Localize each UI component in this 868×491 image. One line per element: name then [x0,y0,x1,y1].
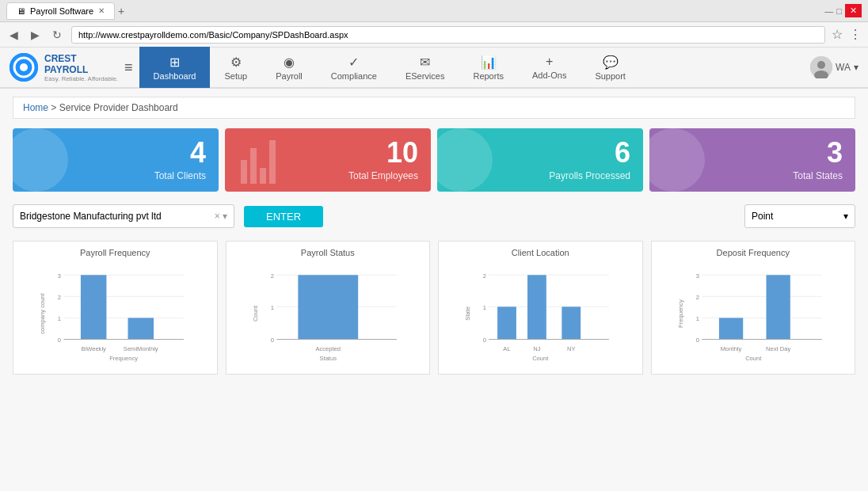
bar-al [497,306,516,339]
browser-more-button[interactable]: ⋮ [849,27,862,42]
nav-item-reports[interactable]: 📊 Reports [459,47,518,88]
bar2 [250,148,257,184]
svg-text:Frequency: Frequency [677,299,684,328]
charts-row: Payroll Frequency company count 0 1 2 3 [13,241,855,375]
user-button[interactable]: WA ▾ [810,56,858,78]
nav-item-support[interactable]: 💬 Support [581,47,640,88]
svg-text:BiWeekly: BiWeekly [81,345,106,352]
stat-card-clients: 4 Total Clients [13,128,219,192]
content-area: Home > Service Provider Dashboard 4 Tota… [0,89,868,491]
svg-text:Accepted: Accepted [315,345,341,352]
nav-label-compliance: Compliance [331,71,377,81]
company-select[interactable]: Bridgestone Manufacturing pvt ltd × ▾ [13,204,234,228]
logo-line2: PAYROLL [44,64,118,75]
forward-button[interactable]: ▶ [28,27,43,43]
stat-number-employees: 10 [348,139,418,167]
nav-item-setup[interactable]: ⚙ Setup [210,47,261,88]
addons-icon: + [546,55,553,69]
chart-deposit-frequency: Deposit Frequency Frequency 0 1 2 3 [651,241,856,375]
bar1 [241,160,247,184]
browser-menu-button[interactable]: ☆ [832,27,843,42]
stat-text-clients: 4 Total Clients [154,139,206,181]
nav-item-addons[interactable]: + Add-Ons [518,47,581,88]
svg-text:Frequency: Frequency [109,355,138,362]
filter-row: Bridgestone Manufacturing pvt ltd × ▾ EN… [13,204,855,228]
company-clear-btn[interactable]: × ▾ [215,211,227,222]
stat-bg-circle [13,128,68,192]
tab-close-btn[interactable]: ✕ [98,6,105,15]
setup-icon: ⚙ [230,55,242,70]
support-icon: 💬 [603,55,619,70]
browser-toolbar: ◀ ▶ ↻ ☆ ⋮ [0,22,868,48]
point-select[interactable]: Point ▾ [744,204,855,228]
nav-label-setup: Setup [224,71,247,81]
chart-payroll-status: Payroll Status Count 0 1 2 Accepted Stat… [226,241,431,375]
tab-favicon: 🖥 [17,6,25,16]
chart-payroll-frequency: Payroll Frequency company count 0 1 2 3 [13,241,218,375]
back-button[interactable]: ◀ [6,27,21,43]
bar-nj [527,275,546,339]
bar-biweekly [81,275,106,339]
svg-text:2: 2 [270,272,273,280]
svg-text:Count: Count [252,305,259,322]
maximize-btn[interactable]: □ [836,4,842,17]
nav-item-compliance[interactable]: ✓ Compliance [317,47,391,88]
browser-titlebar: 🖥 Payroll Software ✕ + — □ ✕ [0,0,868,22]
svg-text:0: 0 [58,337,61,344]
stat-card-payrolls: 6 Payrolls Processed [437,128,643,192]
stat-card-states: 3 Total States [649,128,855,192]
svg-point-4 [817,61,825,69]
chart-svg-4: Frequency 0 1 2 3 Monthly Next Day [658,262,849,365]
enter-button[interactable]: ENTER [244,206,323,227]
logo-sub: Easy. Reliable. Affordable. [44,75,118,82]
app-container: CREST PAYROLL Easy. Reliable. Affordable… [0,48,868,491]
reports-icon: 📊 [481,55,497,70]
tab-bar: 🖥 Payroll Software ✕ + [6,2,124,20]
svg-text:Monthly: Monthly [720,345,741,352]
svg-text:AL: AL [503,345,510,352]
stat-number-clients: 4 [154,139,206,167]
new-tab-button[interactable]: + [118,5,124,17]
stat-label-employees: Total Employees [348,170,418,181]
svg-point-2 [20,63,28,71]
bar3 [260,168,266,184]
logo-area: CREST PAYROLL Easy. Reliable. Affordable… [10,53,118,82]
bar-semimonthly [128,318,154,339]
chart-svg-3: State 0 1 2 AL NJ NY [445,262,636,365]
nav-item-dashboard[interactable]: ⊞ Dashboard [139,47,211,88]
stat-label-payrolls: Payrolls Processed [549,170,630,181]
nav-item-payroll[interactable]: ◉ Payroll [261,47,317,88]
svg-text:NY: NY [567,345,576,352]
nav-label-support: Support [595,71,626,81]
chart-title-3: Client Location [445,248,636,257]
logo-text: CREST PAYROLL Easy. Reliable. Affordable… [44,53,118,82]
stat-bg-circle-purple [649,128,705,192]
logo-line1: CREST [44,53,118,64]
chart-svg-1: company count 0 1 2 3 [20,262,211,365]
stat-label-states: Total States [793,170,843,181]
svg-text:0: 0 [483,337,486,344]
nav-right: WA ▾ [810,56,858,78]
address-bar[interactable] [71,26,825,44]
svg-text:1: 1 [695,315,699,322]
browser-tab[interactable]: 🖥 Payroll Software ✕ [6,2,115,20]
breadcrumb-home[interactable]: Home [23,102,48,113]
bar-accepted [298,275,358,339]
hamburger-button[interactable]: ≡ [124,59,133,76]
stat-text-employees: 10 Total Employees [348,139,418,181]
minimize-btn[interactable]: — [824,4,833,17]
svg-text:2: 2 [58,294,61,301]
breadcrumb: Home > Service Provider Dashboard [13,97,855,119]
svg-text:3: 3 [695,272,699,280]
svg-text:NJ: NJ [533,345,540,352]
bar4 [269,140,276,184]
refresh-button[interactable]: ↻ [49,27,65,43]
svg-text:0: 0 [270,337,273,344]
stat-text-states: 3 Total States [793,139,843,181]
nav-item-eservices[interactable]: ✉ EServices [391,47,459,88]
stat-bg-circle-teal [437,128,493,192]
chart-title-1: Payroll Frequency [20,248,211,257]
close-btn[interactable]: ✕ [845,4,862,17]
eservices-icon: ✉ [420,55,430,70]
stat-card-employees: 10 Total Employees [225,128,431,192]
